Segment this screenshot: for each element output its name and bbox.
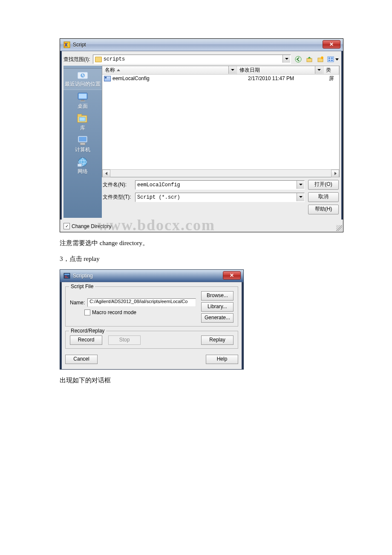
group-legend: Record/Replay: [69, 328, 106, 334]
chevron-down-icon[interactable]: [282, 55, 290, 63]
scroll-right-icon[interactable]: [331, 170, 339, 177]
look-in-combo[interactable]: scripts: [93, 55, 291, 64]
sort-asc-icon: [117, 69, 120, 71]
svg-rect-17: [78, 114, 82, 116]
close-button[interactable]: ✕: [323, 40, 340, 49]
svg-rect-24: [78, 164, 82, 167]
title-label: Scripting: [73, 273, 93, 279]
svg-rect-8: [329, 60, 330, 61]
change-directory-label: Change Directory: [72, 223, 111, 229]
script-name-input[interactable]: C:/Agilent/ADS2012_08/ial/scripts/eemLoc…: [87, 298, 196, 307]
generate-button[interactable]: Generate...: [201, 313, 233, 323]
library-button[interactable]: Library...: [201, 302, 233, 312]
folder-icon: [95, 57, 102, 62]
chevron-down-icon[interactable]: [297, 181, 304, 189]
script-file-icon: [104, 76, 111, 81]
macro-record-checkbox[interactable]: [84, 309, 90, 315]
cancel-button[interactable]: 取消: [308, 192, 339, 202]
scripting-dialog: Scripting ✕ Script File Name: C:/Agilent…: [60, 269, 244, 370]
svg-rect-14: [81, 100, 84, 101]
record-button[interactable]: Record: [70, 335, 102, 345]
record-replay-group: Record/Replay Record Stop Replay: [65, 331, 238, 349]
look-in-label: 查找范围(I):: [63, 56, 90, 63]
sidebar-item-library[interactable]: 库: [63, 113, 102, 133]
macro-record-row: Macro record mode: [84, 309, 196, 315]
column-name[interactable]: 名称: [102, 66, 237, 74]
instruction-note-1: 注意需要选中 change directory。: [60, 238, 332, 248]
change-directory-checkbox[interactable]: ✓: [63, 223, 70, 229]
instruction-note-2: 出现如下的对话框: [60, 376, 332, 385]
recent-places-icon: [76, 69, 89, 81]
cancel-button[interactable]: Cancel: [65, 355, 98, 364]
macro-record-label: Macro record mode: [92, 309, 136, 315]
open-button[interactable]: 打开(O): [308, 180, 339, 190]
resize-grip-icon[interactable]: [336, 225, 342, 231]
up-one-level-button[interactable]: [305, 55, 314, 64]
svg-point-1: [295, 56, 301, 62]
replay-button[interactable]: Replay: [201, 335, 233, 345]
svg-rect-2: [307, 58, 312, 62]
title-label: Script: [73, 42, 86, 48]
script-app-icon: [63, 41, 70, 48]
list-header: 名称 修改日期 类: [102, 66, 339, 75]
browse-button[interactable]: Browse...: [201, 291, 233, 301]
column-type[interactable]: 类: [323, 66, 339, 74]
computer-icon: [76, 134, 89, 146]
close-button[interactable]: ✕: [223, 271, 241, 280]
sidebar-item-network[interactable]: 网络: [63, 156, 102, 177]
svg-rect-18: [79, 117, 85, 121]
view-menu-button[interactable]: [327, 55, 340, 64]
places-sidebar: 最近访问的位置 桌面 库 计算机 网络: [63, 66, 102, 218]
svg-rect-28: [65, 277, 68, 278]
filename-input[interactable]: eemLocalConfig: [135, 180, 305, 190]
desktop-icon: [76, 91, 89, 103]
script-open-dialog: Script ✕ 查找范围(I): scripts 最近访问的位置: [60, 38, 343, 232]
filetype-label: 文件类型(T):: [103, 194, 132, 201]
change-directory-row: ✓ Change Directory www.bdocx.com: [60, 220, 343, 232]
script-file-group: Script File Name: C:/Agilent/ADS2012_08/…: [65, 286, 238, 327]
back-button[interactable]: [294, 55, 303, 64]
svg-rect-5: [328, 57, 334, 62]
filename-label: 文件名(N):: [103, 181, 132, 188]
chevron-down-icon[interactable]: [297, 193, 304, 201]
scroll-left-icon[interactable]: [102, 170, 110, 177]
svg-rect-7: [331, 58, 333, 59]
svg-rect-26: [64, 274, 69, 275]
titlebar: Script ✕: [60, 39, 343, 51]
svg-rect-27: [65, 276, 67, 277]
nav-toolbar: [294, 55, 340, 64]
group-legend: Script File: [69, 283, 95, 289]
sidebar-item-recent[interactable]: 最近访问的位置: [63, 68, 102, 90]
stop-button: Stop: [108, 335, 141, 345]
new-folder-button[interactable]: [316, 55, 325, 64]
svg-rect-15: [80, 101, 85, 101]
scripting-app-icon: [63, 272, 70, 279]
name-label: Name:: [70, 300, 85, 306]
library-icon: [76, 113, 89, 124]
chevron-down-icon[interactable]: [228, 66, 236, 74]
help-button[interactable]: Help: [206, 355, 238, 364]
titlebar: Scripting ✕: [60, 270, 243, 282]
chevron-down-icon[interactable]: [315, 66, 323, 74]
svg-rect-9: [331, 60, 333, 61]
svg-rect-6: [329, 58, 330, 59]
file-row[interactable]: eemLocalConfig 2/17/2010 11:47 PM 屏: [102, 75, 339, 82]
svg-rect-13: [79, 94, 86, 98]
svg-rect-20: [79, 137, 86, 142]
horizontal-scrollbar[interactable]: [102, 169, 339, 177]
sidebar-item-desktop[interactable]: 桌面: [63, 91, 102, 112]
network-icon: [76, 156, 89, 168]
filetype-combo[interactable]: Script (*.scr): [135, 193, 305, 202]
instruction-step-3: 3，点击 replay: [60, 254, 332, 264]
file-list: 名称 修改日期 类: [102, 66, 340, 177]
sidebar-item-computer[interactable]: 计算机: [63, 134, 102, 155]
column-date[interactable]: 修改日期: [237, 66, 323, 74]
svg-rect-21: [80, 143, 85, 145]
help-button[interactable]: 帮助(H): [308, 205, 339, 214]
